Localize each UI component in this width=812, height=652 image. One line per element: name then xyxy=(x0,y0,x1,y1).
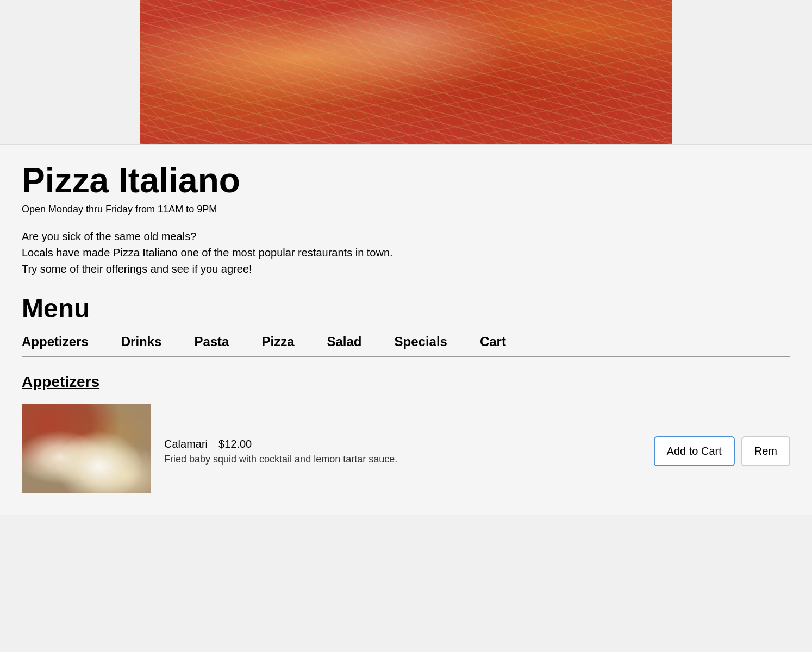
tab-drinks[interactable]: Drinks xyxy=(105,334,178,349)
table-row: Calamari $12.00 Fried baby squid with co… xyxy=(22,404,790,493)
tab-appetizers[interactable]: Appetizers xyxy=(22,334,105,349)
hours-text: Open Monday thru Friday from 11AM to 9PM xyxy=(22,204,790,215)
hero-pasta-background xyxy=(140,0,672,144)
hero-pasta-overlay xyxy=(140,0,672,144)
description-line2: Locals have made Pizza Italiano one of t… xyxy=(22,244,790,261)
menu-heading: Menu xyxy=(22,293,790,323)
calamari-actions: Add to Cart Rem xyxy=(654,431,790,466)
tab-cart[interactable]: Cart xyxy=(464,334,522,349)
calamari-price: $12.00 xyxy=(218,438,252,450)
hero-image xyxy=(140,0,672,144)
calamari-image xyxy=(22,404,151,493)
calamari-description: Fried baby squid with cocktail and lemon… xyxy=(164,454,641,465)
main-content: Pizza Italiano Open Monday thru Friday f… xyxy=(0,144,812,515)
tab-salad[interactable]: Salad xyxy=(310,334,378,349)
tab-pizza[interactable]: Pizza xyxy=(245,334,310,349)
calamari-name-price: Calamari $12.00 xyxy=(164,438,641,450)
description-block: Are you sick of the same old meals? Loca… xyxy=(22,228,790,277)
calamari-details: Calamari $12.00 Fried baby squid with co… xyxy=(164,432,641,465)
tab-specials[interactable]: Specials xyxy=(378,334,464,349)
restaurant-title: Pizza Italiano xyxy=(22,161,790,199)
calamari-photo xyxy=(22,404,151,493)
description-line3: Try some of their offerings and see if y… xyxy=(22,261,790,277)
add-to-cart-button[interactable]: Add to Cart xyxy=(654,436,735,466)
tab-pasta[interactable]: Pasta xyxy=(178,334,245,349)
calamari-name: Calamari xyxy=(164,438,208,450)
appetizers-heading: Appetizers xyxy=(22,373,790,391)
remove-button[interactable]: Rem xyxy=(741,436,790,466)
menu-nav: Appetizers Drinks Pasta Pizza Salad Spec… xyxy=(22,334,790,357)
description-line1: Are you sick of the same old meals? xyxy=(22,228,790,244)
appetizers-section: Appetizers Calamari $12.00 Fried baby sq… xyxy=(22,373,790,493)
